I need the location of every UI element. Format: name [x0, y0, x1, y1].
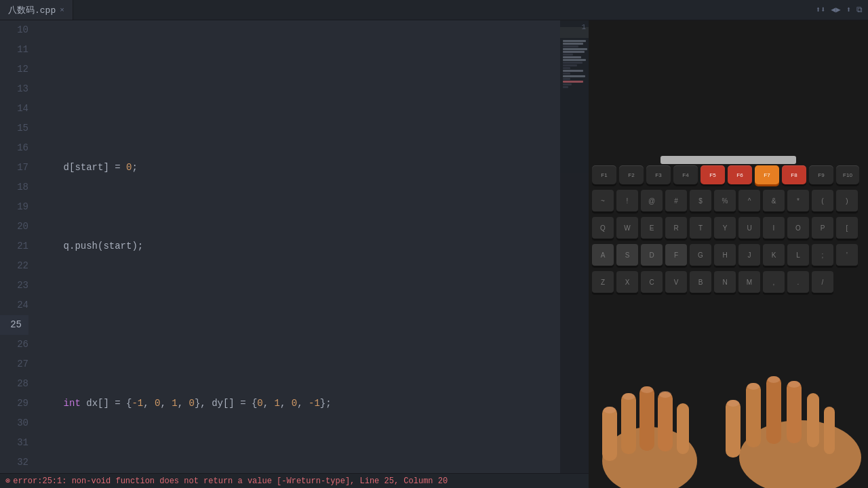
- code-line-14: int dx[] = {-1, 0, 1, 0}, dy[] = {0, 1, …: [41, 394, 560, 413]
- asdf-row: A S D F G H J K L ; ': [592, 244, 865, 266]
- svg-rect-13: [766, 376, 781, 444]
- f2-key: F2: [619, 165, 644, 184]
- code-line-11: d[start] = 0;: [41, 158, 560, 178]
- key-8: *: [787, 190, 809, 211]
- line-numbers: 10 11 12 13 14 15 16 17 18 19 20 21 22 2…: [0, 20, 35, 473]
- svg-rect-4: [658, 392, 673, 451]
- key-f: F: [665, 244, 687, 266]
- dark-background: [589, 20, 868, 169]
- tab-bar-actions: ⬆⬇ ◀▶ ⬆ ⧉: [816, 5, 868, 15]
- key-0: ): [836, 190, 858, 211]
- right-panel: F1 F2 F3 F4 F5 F6 F7 F8 F9 F10 ~ ! @ # $…: [589, 20, 868, 488]
- tab-filename: 八数码.cpp: [8, 4, 56, 16]
- f9-key: F9: [809, 165, 833, 184]
- svg-rect-14: [787, 381, 802, 443]
- arrow-up-down-icon[interactable]: ⬆⬇: [816, 5, 825, 15]
- f6-key: F6: [728, 165, 752, 184]
- code-line-13: [41, 315, 560, 335]
- key-c: C: [641, 271, 663, 293]
- num-key-row: ~ ! @ # $ % ^ & * ( ): [592, 190, 865, 211]
- code-line-12: q.push(start);: [41, 237, 560, 256]
- key-slash: /: [812, 271, 833, 293]
- status-bar: ⊗ error:25:1: non-void function does not…: [0, 473, 589, 488]
- f1-key: F1: [592, 165, 616, 184]
- code-viewport[interactable]: 10 11 12 13 14 15 16 17 18 19 20 21 22 2…: [0, 20, 589, 473]
- left-hand-svg: [589, 339, 738, 488]
- key-j: J: [738, 244, 760, 266]
- key-x: X: [616, 271, 638, 293]
- key-v: V: [665, 271, 687, 293]
- svg-point-17: [727, 400, 739, 407]
- key-7: &: [763, 190, 785, 211]
- key-k: K: [763, 244, 785, 266]
- key-u: U: [738, 217, 760, 239]
- key-i: I: [763, 217, 785, 239]
- svg-point-9: [659, 391, 671, 398]
- key-d: D: [641, 244, 663, 266]
- key-semicolon: ;: [812, 244, 833, 266]
- key-comma: ,: [763, 271, 785, 293]
- key-3: #: [665, 190, 687, 211]
- key-2: @: [641, 190, 663, 211]
- f4-key: F4: [673, 165, 698, 184]
- svg-point-10: [739, 420, 861, 488]
- f7-key: F7: [755, 165, 779, 184]
- tab-bar: 八数码.cpp × ⬆⬇ ◀▶ ⬆ ⧉: [0, 0, 868, 20]
- f3-key: F3: [646, 165, 671, 184]
- error-icon: ⊗: [5, 476, 10, 486]
- file-tab[interactable]: 八数码.cpp ×: [0, 0, 73, 20]
- key-m: M: [738, 271, 760, 293]
- f8-key: F8: [782, 165, 806, 184]
- editor-area: 10 11 12 13 14 15 16 17 18 19 20 21 22 2…: [0, 20, 589, 488]
- key-4: $: [690, 190, 711, 211]
- nav-arrows-icon[interactable]: ◀▶: [831, 5, 840, 15]
- key-bracket-l: [: [836, 217, 858, 239]
- svg-point-6: [604, 407, 616, 413]
- code-line-10: [41, 79, 560, 99]
- svg-point-8: [641, 386, 653, 393]
- key-y: Y: [714, 217, 736, 239]
- qwerty-row: Q W E R T Y U I O P [: [592, 217, 865, 239]
- key-e: E: [641, 217, 663, 239]
- key-l: L: [787, 244, 809, 266]
- key-p: P: [812, 217, 833, 239]
- key-a: A: [592, 244, 614, 266]
- code-editor[interactable]: d[start] = 0; q.push(start); int dx[] = …: [35, 20, 560, 473]
- svg-rect-12: [746, 383, 761, 447]
- key-period: .: [787, 271, 809, 293]
- key-h: H: [714, 244, 736, 266]
- error-status: ⊗ error:25:1: non-void function does not…: [5, 476, 448, 486]
- keyboard-visual: F1 F2 F3 F4 F5 F6 F7 F8 F9 F10 ~ ! @ # $…: [589, 156, 868, 488]
- key-z: Z: [592, 271, 614, 293]
- key-1: !: [616, 190, 638, 211]
- svg-rect-5: [677, 403, 689, 454]
- key-w: W: [616, 217, 638, 239]
- svg-point-0: [602, 427, 697, 488]
- minimap: 1: [560, 20, 589, 473]
- svg-point-19: [768, 376, 780, 383]
- key-t: T: [690, 217, 711, 239]
- svg-rect-11: [726, 400, 741, 458]
- key-s: S: [616, 244, 638, 266]
- key-o: O: [787, 217, 809, 239]
- keyboard-top-strip: [660, 156, 796, 164]
- svg-rect-16: [824, 407, 835, 454]
- fn-key-row: F1 F2 F3 F4 F5 F6 F7 F8 F9 F10: [592, 165, 865, 184]
- key-5: %: [714, 190, 736, 211]
- key-g: G: [690, 244, 711, 266]
- key-r: R: [665, 217, 687, 239]
- svg-rect-2: [621, 393, 636, 454]
- zxcv-row: Z X C V B N M , . /: [592, 271, 865, 293]
- svg-rect-1: [602, 407, 617, 461]
- main-content: 10 11 12 13 14 15 16 17 18 19 20 21 22 2…: [0, 20, 868, 488]
- expand-icon[interactable]: ⬆: [846, 5, 851, 15]
- right-hand-svg: [678, 332, 868, 488]
- split-editor-icon[interactable]: ⧉: [856, 5, 863, 15]
- svg-rect-15: [807, 393, 819, 447]
- key-q: Q: [592, 217, 614, 239]
- svg-point-7: [623, 393, 635, 400]
- key-b: B: [690, 271, 711, 293]
- tab-close-button[interactable]: ×: [60, 6, 64, 14]
- svg-point-20: [788, 381, 800, 388]
- f10-key: F10: [836, 165, 859, 184]
